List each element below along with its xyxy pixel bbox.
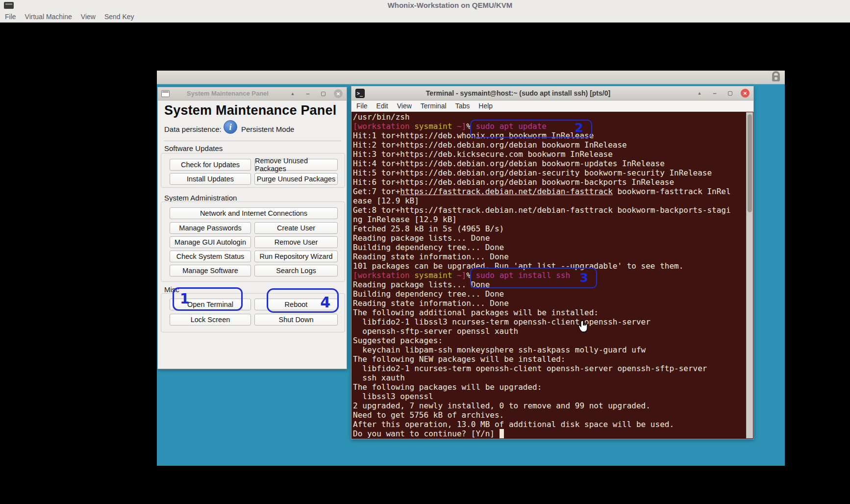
- terminal-line: [workstation sysmaint ~]% sudo apt updat…: [353, 122, 745, 131]
- terminal-line: ssh xauth: [353, 373, 745, 382]
- terminal-window: >_ Terminal - sysmaint@host:~ (sudo apt …: [351, 86, 754, 439]
- info-icon: i: [224, 120, 237, 134]
- data-persistence-label: Data persistence:: [164, 125, 222, 133]
- minimize-button[interactable]: −: [710, 89, 719, 98]
- lock-icon: [770, 71, 782, 84]
- app-chrome: Whonix-Workstation on QEMU/KVM File Virt…: [0, 0, 850, 23]
- shade-button[interactable]: ▲: [695, 89, 704, 98]
- terminal-line: Fetched 25.8 kB in 5s (4965 B/s): [353, 224, 745, 233]
- terminal-line: /usr/bin/zsh: [353, 112, 745, 122]
- close-button[interactable]: ✕: [334, 89, 343, 98]
- search-logs-button[interactable]: Search Logs: [254, 265, 338, 277]
- scrollbar-thumb[interactable]: [748, 114, 752, 212]
- check-for-updates-button[interactable]: Check for Updates: [170, 159, 251, 171]
- panel-heading: System Maintenance Panel: [164, 103, 336, 118]
- terminal-line: Reading package lists... Done: [353, 280, 745, 289]
- terminal-line: [workstation sysmaint ~]% sudo apt insta…: [353, 271, 745, 280]
- terminal-line: ease [12.9 kB]: [353, 196, 745, 205]
- app-window-icon: [4, 2, 14, 9]
- shade-button[interactable]: ▲: [288, 89, 297, 98]
- lock-screen-button[interactable]: Lock Screen: [170, 314, 251, 326]
- terminal-menu-help[interactable]: Help: [478, 102, 493, 110]
- terminal-line: Hit:3 tor+https://deb.kicksecure.com boo…: [353, 150, 745, 159]
- manage-gui-autologin-button[interactable]: Manage GUI Autologin: [170, 236, 251, 248]
- terminal-line: Do you want to continue? [Y/n]: [353, 429, 745, 438]
- terminal-line: Hit:6 tor+https://deb.debian.org/debian …: [353, 177, 745, 187]
- mouse-cursor-hand-icon: [577, 320, 589, 333]
- open-terminal-button[interactable]: Open Terminal: [170, 299, 251, 310]
- terminal-line: libfido2-1 ncurses-term openssh-client o…: [353, 364, 745, 373]
- terminal-app-icon: >_: [355, 89, 365, 98]
- menu-file[interactable]: File: [5, 13, 16, 21]
- manage-passwords-button[interactable]: Manage Passwords: [170, 222, 251, 234]
- terminal-line: The following packages will be upgraded:: [353, 382, 745, 392]
- app-title: Whonix-Workstation on QEMU/KVM: [388, 1, 513, 9]
- terminal-line: Need to get 5756 kB of archives.: [353, 410, 745, 420]
- install-updates-button[interactable]: Install Updates: [170, 173, 251, 185]
- terminal-line: Hit:1 tor+https://deb.whonix.org bookwor…: [353, 131, 745, 140]
- terminal-menu-edit[interactable]: Edit: [376, 102, 388, 110]
- run-repository-wizard-button[interactable]: Run Repository Wizard: [254, 251, 338, 262]
- menu-send-key[interactable]: Send Key: [104, 13, 134, 21]
- terminal-line: openssh-sftp-server openssl xauth: [353, 327, 745, 336]
- terminal-line: ng InRelease [12.9 kB]: [353, 215, 745, 224]
- terminal-menu-file[interactable]: File: [356, 102, 368, 110]
- maximize-button[interactable]: [725, 89, 734, 98]
- app-menubar: File Virtual Machine View Send Key: [0, 11, 850, 23]
- menu-virtual-machine[interactable]: Virtual Machine: [25, 13, 72, 21]
- terminal-line: Suggested packages:: [353, 336, 745, 345]
- terminal-line: Reading state information... Done: [353, 252, 745, 261]
- app-titlebar: Whonix-Workstation on QEMU/KVM: [0, 0, 850, 11]
- create-user-button[interactable]: Create User: [254, 222, 338, 234]
- purge-unused-packages-button[interactable]: Purge Unused Packages: [254, 173, 338, 185]
- terminal-line: Get:7 tor+https://fasttrack.debian.net/d…: [353, 187, 745, 196]
- terminal-titlebar[interactable]: >_ Terminal - sysmaint@host:~ (sudo apt …: [351, 86, 753, 101]
- terminal-line: Building dependency tree... Done: [353, 243, 745, 252]
- misc-label: Misc: [164, 285, 179, 294]
- remove-user-button[interactable]: Remove User: [254, 236, 338, 248]
- terminal-line: Reading state information... Done: [353, 299, 745, 308]
- terminal-line: Get:8 tor+https://fasttrack.debian.net/d…: [353, 205, 745, 215]
- terminal-menubar: File Edit View Terminal Tabs Help: [351, 101, 753, 112]
- terminal-line: Hit:5 tor+https://deb.debian.org/debian-…: [353, 168, 745, 177]
- panel-window-icon: [161, 90, 170, 97]
- remove-unused-packages-button[interactable]: Remove Unused Packages: [254, 159, 338, 171]
- close-button[interactable]: ✕: [741, 89, 750, 98]
- maximize-button[interactable]: [319, 89, 327, 98]
- terminal-line: The following additional packages will b…: [353, 308, 745, 317]
- system-maintenance-panel-window: System Maintenance Panel ▲ − ✕ System Ma…: [157, 87, 347, 369]
- divider: [164, 141, 341, 141]
- terminal-line: Building dependency tree... Done: [353, 289, 745, 299]
- shut-down-button[interactable]: Shut Down: [254, 314, 338, 326]
- terminal-line: 2 upgraded, 7 newly installed, 0 to remo…: [353, 401, 745, 410]
- terminal-line: Hit:4 tor+https://deb.debian.org/debian …: [353, 159, 745, 168]
- terminal-line: Hit:2 tor+https://deb.debian.org/debian …: [353, 140, 745, 150]
- terminal-menu-terminal[interactable]: Terminal: [421, 102, 447, 110]
- terminal-scrollbar[interactable]: [746, 112, 753, 438]
- check-system-status-button[interactable]: Check System Status: [170, 251, 251, 262]
- terminal-line: 101 packages can be upgraded. Run 'apt l…: [353, 261, 745, 271]
- software-updates-label: Software Updates: [164, 144, 223, 152]
- manage-software-button[interactable]: Manage Software: [170, 265, 251, 277]
- terminal-line: The following NEW packages will be insta…: [353, 354, 745, 364]
- terminal-menu-view[interactable]: View: [397, 102, 412, 110]
- reboot-button[interactable]: Reboot: [254, 299, 338, 310]
- terminal-line: libfido2-1 libssl3 ncurses-term openssh-…: [353, 317, 745, 327]
- minimize-button[interactable]: −: [303, 89, 312, 98]
- terminal-line: libssl3 openssl: [353, 392, 745, 401]
- system-administration-label: System Administration: [164, 194, 237, 202]
- terminal-line: Reading package lists... Done: [353, 233, 745, 243]
- terminal-content[interactable]: /usr/bin/zsh[workstation sysmaint ~]% su…: [351, 112, 753, 439]
- data-persistence-value: Persistent Mode: [241, 125, 294, 133]
- terminal-line: keychain libpam-ssh monkeysphere ssh-ask…: [353, 345, 745, 354]
- network-internet-connections-button[interactable]: Network and Internet Connections: [170, 207, 338, 219]
- terminal-output: /usr/bin/zsh[workstation sysmaint ~]% su…: [353, 112, 745, 439]
- panel-titlebar[interactable]: System Maintenance Panel ▲ − ✕: [158, 87, 347, 101]
- virt-viewer-window: Whonix-Workstation on QEMU/KVM File Virt…: [0, 0, 850, 504]
- panel-window-title: System Maintenance Panel: [173, 90, 283, 97]
- terminal-menu-tabs[interactable]: Tabs: [455, 102, 470, 110]
- terminal-line: After this operation, 13.0 MB of additio…: [353, 420, 745, 429]
- terminal-window-title: Terminal - sysmaint@host:~ (sudo apt ins…: [371, 89, 665, 97]
- vm-top-panel: [157, 71, 785, 84]
- menu-view[interactable]: View: [81, 13, 96, 21]
